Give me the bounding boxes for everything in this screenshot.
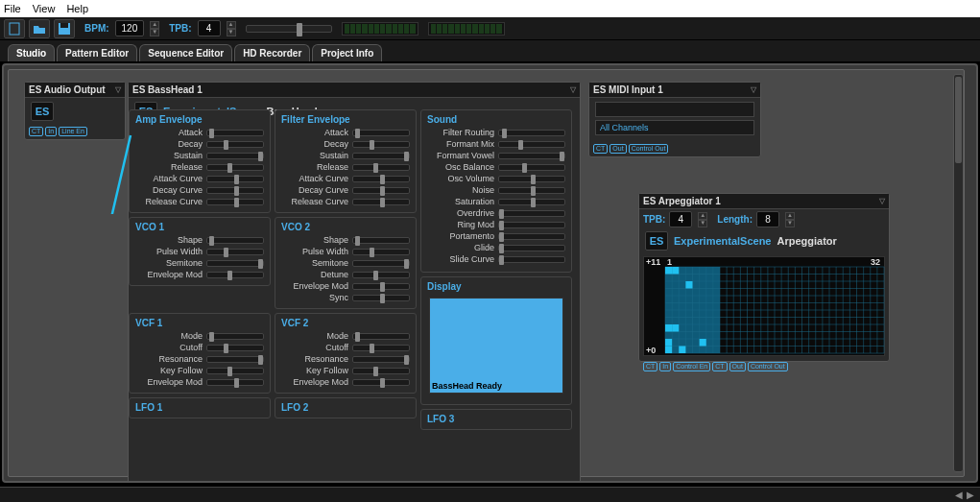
param-slider[interactable] bbox=[352, 345, 410, 351]
param-slider[interactable] bbox=[206, 141, 264, 148]
collapse-icon[interactable]: ▽ bbox=[570, 85, 576, 94]
tab-sequence-editor[interactable]: Sequence Editor bbox=[139, 44, 232, 61]
bpm-value[interactable]: 120 bbox=[115, 20, 145, 36]
menubar: File View Help bbox=[0, 0, 980, 17]
param-row: Attack Curve bbox=[130, 173, 270, 184]
tpb-spinner[interactable]: ▲▼ bbox=[227, 21, 236, 36]
param-slider[interactable] bbox=[206, 130, 264, 136]
new-file-icon[interactable] bbox=[4, 19, 25, 38]
param-slider[interactable] bbox=[352, 187, 410, 194]
param-slider[interactable] bbox=[206, 272, 264, 278]
port-line-en[interactable]: Line En bbox=[59, 127, 87, 136]
arp-tpb-spinner[interactable]: ▲▼ bbox=[698, 212, 707, 227]
module-basshead[interactable]: ES BassHead 1▽ ES ExperimentalScene Bass… bbox=[128, 82, 581, 483]
collapse-icon[interactable]: ▽ bbox=[879, 197, 885, 205]
param-slider[interactable] bbox=[352, 379, 410, 386]
port-out[interactable]: Out bbox=[610, 144, 626, 154]
param-slider[interactable] bbox=[206, 199, 264, 205]
param-slider[interactable] bbox=[352, 249, 410, 255]
volume-slider[interactable] bbox=[246, 25, 332, 33]
param-label: Shape bbox=[135, 235, 203, 245]
param-slider[interactable] bbox=[352, 237, 410, 244]
param-slider[interactable] bbox=[352, 295, 410, 301]
param-slider[interactable] bbox=[498, 153, 565, 159]
tab-studio[interactable]: Studio bbox=[8, 44, 55, 61]
module-title[interactable]: ES Audio Output▽ bbox=[25, 83, 125, 98]
param-label: Release Curve bbox=[135, 197, 203, 206]
tab-pattern-editor[interactable]: Pattern Editor bbox=[57, 44, 137, 61]
param-slider[interactable] bbox=[498, 245, 565, 251]
param-slider[interactable] bbox=[206, 153, 264, 159]
port-ct[interactable]: CT bbox=[593, 144, 608, 154]
param-slider[interactable] bbox=[206, 345, 264, 351]
scroll-left-icon[interactable]: ◀ bbox=[955, 490, 963, 500]
param-slider[interactable] bbox=[352, 176, 410, 182]
param-slider[interactable] bbox=[352, 260, 410, 267]
param-slider[interactable] bbox=[206, 164, 264, 171]
menu-file[interactable]: File bbox=[4, 3, 21, 14]
param-slider[interactable] bbox=[352, 333, 410, 340]
param-slider[interactable] bbox=[352, 356, 410, 363]
param-slider[interactable] bbox=[352, 130, 410, 136]
param-slider[interactable] bbox=[206, 368, 264, 374]
param-slider[interactable] bbox=[206, 237, 264, 244]
port-ct[interactable]: CT bbox=[29, 127, 43, 136]
arp-length-value[interactable]: 8 bbox=[756, 211, 779, 227]
display-screen: BassHead Ready bbox=[429, 298, 563, 394]
param-slider[interactable] bbox=[352, 283, 410, 290]
tab-project-info[interactable]: Project Info bbox=[312, 44, 382, 61]
module-audio-output[interactable]: ES Audio Output▽ ES CT In Line En bbox=[24, 82, 126, 140]
param-slider[interactable] bbox=[498, 130, 565, 136]
param-slider[interactable] bbox=[206, 356, 264, 363]
param-slider[interactable] bbox=[206, 176, 264, 182]
param-slider[interactable] bbox=[498, 187, 565, 194]
param-slider[interactable] bbox=[206, 379, 264, 386]
param-slider[interactable] bbox=[498, 141, 565, 148]
open-folder-icon[interactable] bbox=[29, 19, 50, 38]
param-slider[interactable] bbox=[206, 333, 264, 340]
param-slider[interactable] bbox=[498, 210, 565, 217]
param-slider[interactable] bbox=[498, 256, 565, 263]
param-label: Detune bbox=[281, 270, 348, 279]
save-disk-icon[interactable] bbox=[54, 19, 75, 38]
port-control-out[interactable]: Control Out bbox=[629, 144, 669, 154]
scroll-right-icon[interactable]: ▶ bbox=[967, 490, 974, 500]
param-slider[interactable] bbox=[352, 164, 410, 171]
arp-tpb-value[interactable]: 4 bbox=[669, 211, 692, 227]
tab-hd-recorder[interactable]: HD Recorder bbox=[234, 44, 310, 61]
midi-device-select[interactable] bbox=[595, 102, 754, 117]
param-slider[interactable] bbox=[498, 199, 565, 205]
param-slider[interactable] bbox=[352, 153, 410, 159]
param-slider[interactable] bbox=[352, 272, 410, 278]
svg-rect-0 bbox=[10, 23, 19, 35]
arp-length-spinner[interactable]: ▲▼ bbox=[785, 212, 795, 227]
module-title[interactable]: ES Arpeggiator 1▽ bbox=[639, 194, 889, 209]
param-slider[interactable] bbox=[352, 199, 410, 205]
collapse-icon[interactable]: ▽ bbox=[751, 85, 756, 94]
param-slider[interactable] bbox=[206, 187, 264, 194]
workspace-canvas[interactable]: ES Audio Output▽ ES CT In Line En ES Bas… bbox=[8, 69, 965, 477]
param-label: Envelope Mod bbox=[281, 281, 348, 291]
arp-pattern-grid[interactable]: +11 +0 1 32 bbox=[643, 256, 885, 356]
param-slider[interactable] bbox=[206, 260, 264, 267]
collapse-icon[interactable]: ▽ bbox=[115, 85, 121, 94]
vertical-scrollbar[interactable] bbox=[953, 74, 964, 472]
module-midi-input[interactable]: ES MIDI Input 1▽ All Channels CT Out Con… bbox=[588, 82, 761, 157]
param-slider[interactable] bbox=[352, 368, 410, 374]
module-arpeggiator[interactable]: ES Arpeggiator 1▽ TPB: 4 ▲▼ Length: 8 ▲▼… bbox=[638, 193, 890, 362]
module-title[interactable]: ES BassHead 1▽ bbox=[129, 83, 580, 98]
param-slider[interactable] bbox=[498, 222, 565, 228]
horizontal-scrollbar[interactable]: ◀ ▶ bbox=[0, 487, 980, 502]
menu-help[interactable]: Help bbox=[66, 3, 88, 14]
param-slider[interactable] bbox=[206, 249, 264, 255]
midi-channel-select[interactable]: All Channels bbox=[595, 120, 754, 135]
param-slider[interactable] bbox=[498, 176, 565, 182]
menu-view[interactable]: View bbox=[33, 3, 56, 14]
param-slider[interactable] bbox=[498, 233, 565, 240]
module-title[interactable]: ES MIDI Input 1▽ bbox=[589, 83, 760, 98]
bpm-spinner[interactable]: ▲▼ bbox=[150, 21, 159, 36]
port-in[interactable]: In bbox=[45, 127, 57, 136]
param-slider[interactable] bbox=[352, 141, 410, 148]
param-slider[interactable] bbox=[498, 164, 565, 171]
tpb-value[interactable]: 4 bbox=[198, 20, 221, 36]
